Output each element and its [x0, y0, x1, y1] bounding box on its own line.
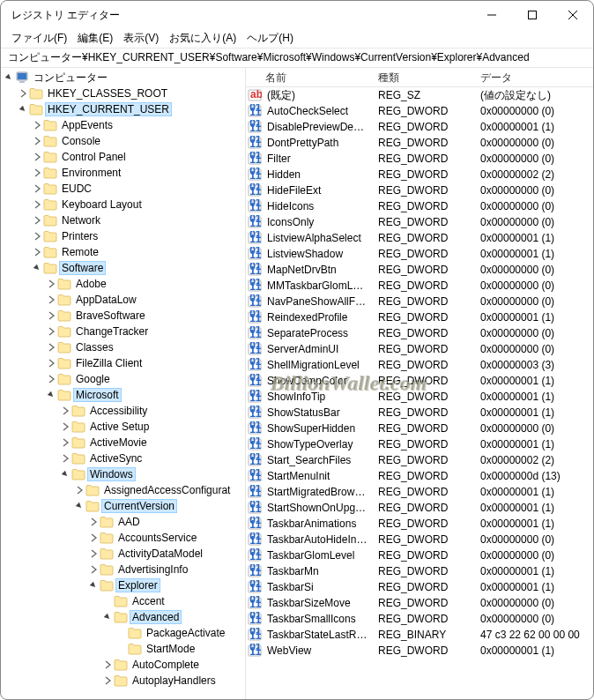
value-row[interactable]: 011110MapNetDrvBtnREG_DWORD0x00000000 (0…	[246, 262, 593, 278]
value-row[interactable]: 011110StartMigratedBrowser...REG_DWORD0x…	[246, 484, 593, 500]
tree-item[interactable]: StartMode	[1, 641, 245, 657]
tree-item[interactable]: Advanced	[1, 609, 245, 625]
chevron-right-icon[interactable]	[59, 436, 71, 449]
tree-item[interactable]: Accent	[1, 593, 245, 609]
tree-item[interactable]: EUDC	[1, 181, 245, 197]
value-row[interactable]: 011110MMTaskbarGlomLevelREG_DWORD0x00000…	[246, 278, 593, 294]
tree-item[interactable]: Microsoft	[1, 387, 245, 403]
chevron-right-icon[interactable]	[31, 135, 43, 147]
tree-item[interactable]: AccountsService	[1, 530, 245, 546]
chevron-right-icon[interactable]	[87, 547, 100, 560]
value-row[interactable]: 011110ShowSuperHiddenREG_DWORD0x00000000…	[246, 421, 593, 436]
address-input[interactable]	[6, 51, 588, 65]
chevron-down-icon[interactable]	[45, 389, 57, 401]
tree-item[interactable]: コンピューター	[1, 70, 245, 86]
list-body[interactable]: ab(既定)REG_SZ(値の設定なし)011110AutoCheckSelec…	[246, 87, 593, 699]
tree-item[interactable]: Software	[1, 260, 245, 276]
value-row[interactable]: 011110TaskbarSmallIconsREG_DWORD0x000000…	[246, 611, 593, 627]
chevron-down-icon[interactable]	[59, 468, 71, 480]
chevron-right-icon[interactable]	[31, 182, 43, 195]
col-header-data[interactable]: データ	[475, 68, 593, 86]
chevron-down-icon[interactable]	[101, 611, 114, 623]
chevron-down-icon[interactable]	[73, 500, 85, 512]
chevron-right-icon[interactable]	[45, 341, 57, 354]
tree-item[interactable]: Environment	[1, 165, 245, 181]
minimize-button[interactable]	[471, 1, 512, 29]
tree-item[interactable]: ActiveMovie	[1, 435, 245, 451]
tree-item[interactable]: Active Setup	[1, 419, 245, 435]
tree-item[interactable]: Keyboard Layout	[1, 197, 245, 212]
chevron-right-icon[interactable]	[101, 674, 114, 687]
tree-pane[interactable]: コンピューターHKEY_CLASSES_ROOTHKEY_CURRENT_USE…	[1, 68, 246, 699]
chevron-right-icon[interactable]	[101, 659, 114, 671]
tree-item[interactable]: Network	[1, 212, 245, 228]
tree-item[interactable]: Control Panel	[1, 149, 245, 165]
value-row[interactable]: 011110ListviewAlphaSelectREG_DWORD0x0000…	[246, 230, 593, 246]
menu-edit[interactable]: 編集(E)	[72, 29, 118, 48]
chevron-right-icon[interactable]	[59, 421, 71, 433]
chevron-right-icon[interactable]	[87, 532, 100, 544]
chevron-right-icon[interactable]	[59, 452, 71, 465]
value-row[interactable]: 011110StartMenuInitREG_DWORD0x0000000d (…	[246, 468, 593, 484]
value-row[interactable]: 011110SeparateProcessREG_DWORD0x00000000…	[246, 325, 593, 341]
value-row[interactable]: 011110Start_SearchFilesREG_DWORD0x000000…	[246, 452, 593, 468]
chevron-right-icon[interactable]	[45, 294, 57, 306]
chevron-right-icon[interactable]	[31, 167, 43, 179]
tree-item[interactable]: Windows	[1, 466, 245, 482]
value-row[interactable]: 011110ShellMigrationLevelREG_DWORD0x0000…	[246, 357, 593, 373]
tree-item[interactable]: Remote	[1, 244, 245, 260]
tree-item[interactable]: ChangeTracker	[1, 324, 245, 339]
value-row[interactable]: 011110ShowCompColorREG_DWORD0x00000001 (…	[246, 373, 593, 389]
chevron-right-icon[interactable]	[73, 484, 85, 496]
tree-item[interactable]: Explorer	[1, 577, 245, 593]
chevron-right-icon[interactable]	[31, 119, 43, 131]
value-row[interactable]: 011110HiddenREG_DWORD0x00000002 (2)	[246, 167, 593, 182]
chevron-down-icon[interactable]	[3, 71, 15, 84]
tree-item[interactable]: PackageActivate	[1, 625, 245, 641]
value-row[interactable]: 011110ShowStatusBarREG_DWORD0x00000001 (…	[246, 405, 593, 421]
tree-item[interactable]: BraveSoftware	[1, 308, 245, 324]
col-header-name[interactable]: 名前	[246, 68, 373, 86]
tree-item[interactable]: HKEY_CLASSES_ROOT	[1, 86, 245, 101]
chevron-down-icon[interactable]	[17, 103, 29, 115]
tree-item[interactable]: AutoComplete	[1, 657, 245, 673]
chevron-right-icon[interactable]	[31, 198, 43, 211]
tree-item[interactable]: Adobe	[1, 276, 245, 292]
value-row[interactable]: 011110HideFileExtREG_DWORD0x00000000 (0)	[246, 182, 593, 198]
chevron-right-icon[interactable]	[17, 87, 29, 100]
value-row[interactable]: ab(既定)REG_SZ(値の設定なし)	[246, 87, 593, 103]
chevron-right-icon[interactable]	[45, 357, 57, 369]
value-row[interactable]: 011110FilterREG_DWORD0x00000000 (0)	[246, 151, 593, 167]
chevron-right-icon[interactable]	[87, 516, 100, 528]
col-header-type[interactable]: 種類	[373, 68, 475, 86]
value-row[interactable]: 011110ServerAdminUIREG_DWORD0x00000000 (…	[246, 341, 593, 357]
chevron-right-icon[interactable]	[87, 563, 100, 576]
value-row[interactable]: 011110TaskbarAutoHideInTa...REG_DWORD0x0…	[246, 532, 593, 547]
value-row[interactable]: 011110ReindexedProfileREG_DWORD0x0000000…	[246, 309, 593, 325]
tree-item[interactable]: HKEY_CURRENT_USER	[1, 101, 245, 117]
tree-item[interactable]: AppDataLow	[1, 292, 245, 308]
chevron-down-icon[interactable]	[31, 262, 43, 274]
value-row[interactable]: 011110NavPaneShowAllFold...REG_DWORD0x00…	[246, 294, 593, 309]
chevron-right-icon[interactable]	[45, 325, 57, 338]
tree-item[interactable]: AppEvents	[1, 117, 245, 133]
value-row[interactable]: 011110TaskbarStateLastRunREG_BINARY47 c3…	[246, 627, 593, 643]
menu-favorites[interactable]: お気に入り(A)	[164, 29, 241, 48]
chevron-right-icon[interactable]	[45, 278, 57, 290]
tree-item[interactable]: AdvertisingInfo	[1, 562, 245, 577]
chevron-right-icon[interactable]	[45, 373, 57, 385]
tree-item[interactable]: AAD	[1, 514, 245, 530]
value-row[interactable]: 011110TaskbarAnimationsREG_DWORD0x000000…	[246, 516, 593, 532]
tree-item[interactable]: CurrentVersion	[1, 498, 245, 514]
chevron-right-icon[interactable]	[31, 214, 43, 227]
value-row[interactable]: 011110IconsOnlyREG_DWORD0x00000000 (0)	[246, 214, 593, 230]
chevron-right-icon[interactable]	[31, 151, 43, 163]
tree-item[interactable]: Classes	[1, 339, 245, 355]
chevron-right-icon[interactable]	[45, 309, 57, 322]
close-button[interactable]	[553, 1, 593, 29]
menu-view[interactable]: 表示(V)	[118, 29, 164, 48]
value-row[interactable]: 011110ShowTypeOverlayREG_DWORD0x00000001…	[246, 436, 593, 452]
value-row[interactable]: 011110StartShownOnUpgradeREG_DWORD0x0000…	[246, 500, 593, 516]
value-row[interactable]: 011110DisablePreviewDesktopREG_DWORD0x00…	[246, 119, 593, 135]
value-row[interactable]: 011110DontPrettyPathREG_DWORD0x00000000 …	[246, 135, 593, 151]
